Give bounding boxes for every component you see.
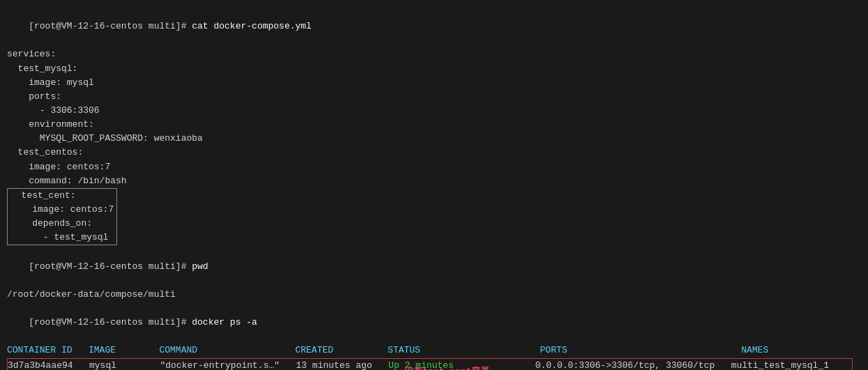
line-8: MYSQL_ROOT_PASSWORD: wenxiaoba [7, 132, 861, 146]
line-18: [root@VM-12-16-centos multi]# docker ps … [7, 302, 861, 344]
line-13: image: centos:7 [10, 203, 114, 217]
line-9: test_centos: [7, 146, 861, 160]
line-7: environment: [7, 118, 861, 132]
line-14: depends_on: [10, 217, 114, 231]
line-11: command: /bin/bash [7, 174, 861, 188]
line-10: image: centos:7 [7, 160, 861, 174]
line-15: - test_mysql [10, 231, 114, 245]
line-5: ports: [7, 90, 861, 104]
line-4: image: mysql [7, 76, 861, 90]
line-2: services: [7, 47, 861, 61]
line-1: [root@VM-12-16-centos multi]# cat docker… [7, 6, 861, 47]
highlight-block: test_cent: image: centos:7 depends_on: -… [7, 188, 117, 246]
line-3: test_mysql: [7, 62, 861, 76]
table1-header: CONTAINER ID IMAGE COMMAND CREATED STATU… [7, 344, 861, 357]
line-16: [root@VM-12-16-centos multi]# pwd [7, 245, 861, 287]
annotation-no-test-cent: 没有test_cent容器 [404, 365, 489, 370]
line-6: - 3306:3306 [7, 104, 861, 118]
line-17: /root/docker-data/compose/multi [7, 288, 861, 302]
line-12: test_cent: [10, 189, 114, 203]
terminal: [root@VM-12-16-centos multi]# cat docker… [0, 0, 868, 370]
